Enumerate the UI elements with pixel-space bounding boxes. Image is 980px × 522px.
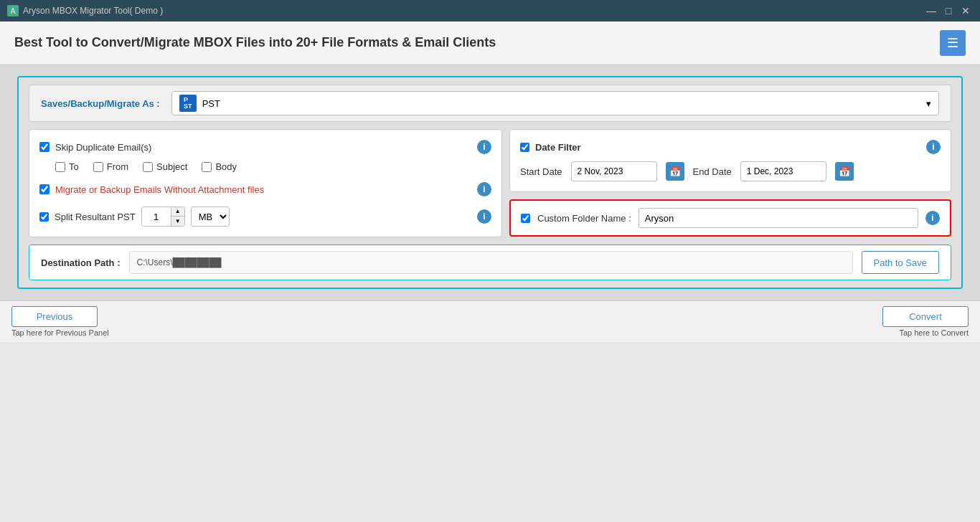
app-icon: A [7, 5, 19, 16]
migrate-checkbox[interactable] [39, 184, 50, 194]
sub-cb-to: To [55, 161, 79, 172]
cb-to[interactable] [55, 162, 65, 172]
split-label: Split Resultant PST [55, 212, 136, 222]
date-filter-checkbox[interactable] [520, 143, 529, 152]
cb-from-label: From [107, 161, 128, 172]
date-filter-title: Date Filter [535, 142, 581, 153]
skip-duplicate-section: Skip Duplicate Email(s) i To From [39, 140, 491, 172]
split-down-arrow[interactable]: ▼ [171, 217, 184, 226]
close-button[interactable]: ✕ [958, 4, 973, 18]
end-date-label: End Date [693, 166, 732, 177]
path-to-save-button[interactable]: Path to Save [862, 251, 939, 274]
middle-section: Skip Duplicate Email(s) i To From [29, 129, 951, 237]
app-title: Best Tool to Convert/Migrate MBOX Files … [14, 35, 496, 50]
migrate-row: Migrate or Backup Emails Without Attachm… [39, 182, 491, 196]
custom-folder-section: Custom Folder Name : i [509, 199, 951, 237]
maximize-button[interactable]: □ [941, 4, 956, 18]
title-bar: A Aryson MBOX Migrator Tool( Demo ) — □ … [0, 0, 980, 22]
cb-subject[interactable] [143, 162, 153, 172]
saves-selected-value: PST [202, 98, 220, 109]
sub-cb-body: Body [202, 161, 237, 172]
convert-button[interactable]: Convert [882, 306, 969, 327]
menu-button[interactable]: ☰ [940, 30, 966, 56]
start-date-label: Start Date [520, 166, 562, 177]
saves-select-content: PST PST [179, 95, 220, 112]
dropdown-arrow: ▾ [926, 98, 931, 109]
date-filter-info-icon[interactable]: i [926, 140, 941, 154]
pst-icon: PST [179, 95, 197, 112]
custom-folder-input[interactable] [639, 208, 918, 228]
skip-duplicate-checkbox[interactable] [39, 142, 50, 152]
date-filter-header: Date Filter i [520, 140, 941, 154]
destination-path-row: Destination Path : C:\Users\████████ Pat… [29, 245, 951, 280]
cb-from[interactable] [93, 162, 103, 172]
migrate-info-icon[interactable]: i [477, 182, 491, 196]
sub-filter-checkboxes: To From Subject [39, 161, 491, 172]
split-info-icon[interactable]: i [477, 209, 491, 224]
date-filter-section: Date Filter i Start Date 2 Nov, 2023 📅 E… [509, 129, 951, 192]
start-date-calendar-icon[interactable]: 📅 [666, 162, 684, 181]
saves-backup-row: Saves/Backup/Migrate As : PST PST ▾ [29, 85, 951, 122]
end-date-calendar-icon[interactable]: 📅 [835, 162, 854, 181]
left-panel: Skip Duplicate Email(s) i To From [29, 129, 502, 237]
cb-to-label: To [69, 161, 79, 172]
sub-cb-from: From [93, 161, 128, 172]
bottom-right: Convert Tap here to Convert [882, 306, 969, 337]
app-header: Best Tool to Convert/Migrate MBOX Files … [0, 22, 980, 65]
cb-subject-label: Subject [156, 161, 187, 172]
sub-cb-subject: Subject [143, 161, 187, 172]
split-arrows: ▲ ▼ [171, 207, 184, 226]
custom-folder-info-icon[interactable]: i [925, 211, 940, 225]
date-row: Start Date 2 Nov, 2023 📅 End Date 1 Dec,… [520, 161, 941, 181]
minimize-button[interactable]: — [924, 4, 938, 18]
split-value-input[interactable] [142, 207, 171, 226]
split-checkbox[interactable] [39, 212, 49, 222]
outer-wrapper: Saves/Backup/Migrate As : PST PST ▾ [0, 65, 980, 300]
destination-path-text: C:\Users\████████ [137, 257, 222, 267]
skip-duplicate-label: Skip Duplicate Email(s) [55, 142, 151, 153]
end-date-input[interactable]: 1 Dec, 2023 [740, 161, 826, 181]
title-bar-left: A Aryson MBOX Migrator Tool( Demo ) [7, 5, 163, 16]
split-up-arrow[interactable]: ▲ [171, 207, 184, 217]
destination-path-display: C:\Users\████████ [129, 251, 853, 274]
custom-folder-label: Custom Folder Name : [537, 213, 631, 224]
migrate-label: Migrate or Backup Emails Without Attachm… [55, 184, 264, 195]
custom-folder-checkbox[interactable] [521, 214, 530, 223]
destination-label: Destination Path : [41, 257, 121, 268]
split-unit-select[interactable]: MB GB KB [191, 207, 230, 227]
start-date-input[interactable]: 2 Nov, 2023 [571, 161, 657, 181]
title-bar-text: Aryson MBOX Migrator Tool( Demo ) [23, 6, 163, 16]
app-body: Saves/Backup/Migrate As : PST PST ▾ [17, 76, 963, 289]
cb-body-label: Body [215, 161, 237, 172]
bottom-bar: Previous Tap here for Previous Panel Con… [0, 300, 980, 342]
convert-hint: Tap here to Convert [899, 328, 969, 337]
saves-select-dropdown[interactable]: PST PST ▾ [171, 91, 939, 115]
previous-button[interactable]: Previous [11, 306, 98, 327]
skip-duplicate-info-icon[interactable]: i [477, 140, 491, 154]
date-filter-left: Date Filter [520, 142, 581, 153]
cb-body[interactable] [202, 162, 212, 172]
previous-hint: Tap here for Previous Panel [11, 328, 109, 337]
skip-duplicate-row: Skip Duplicate Email(s) i [39, 140, 491, 154]
bottom-left: Previous Tap here for Previous Panel [11, 306, 109, 337]
saves-label: Saves/Backup/Migrate As : [41, 98, 160, 109]
right-panel: Date Filter i Start Date 2 Nov, 2023 📅 E… [509, 129, 951, 237]
split-row: Split Resultant PST ▲ ▼ MB GB KB [39, 207, 491, 227]
title-bar-controls: — □ ✕ [924, 4, 973, 18]
split-spinner: ▲ ▼ [141, 207, 185, 227]
